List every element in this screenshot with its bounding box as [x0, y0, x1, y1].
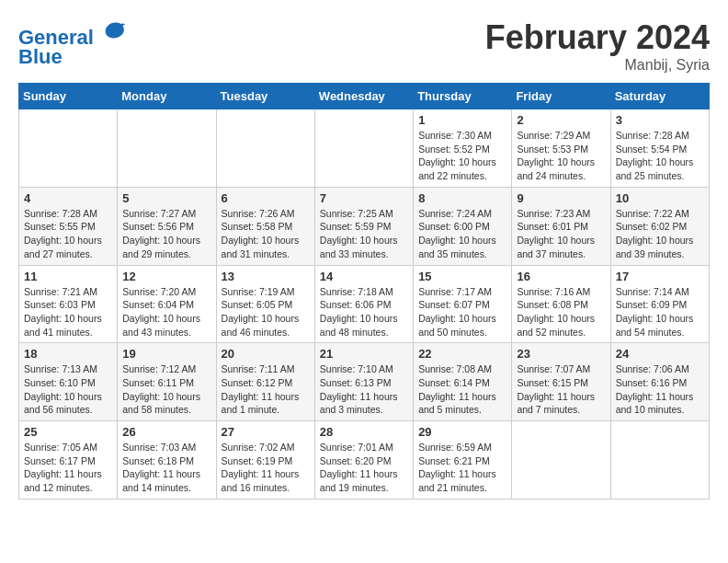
day-info: Sunrise: 7:07 AM Sunset: 6:15 PM Dayligh…: [517, 362, 605, 417]
day-number: 24: [616, 347, 704, 361]
calendar-day-cell: 3Sunrise: 7:28 AM Sunset: 5:54 PM Daylig…: [610, 109, 709, 188]
day-info: Sunrise: 7:21 AM Sunset: 6:03 PM Dayligh…: [24, 285, 112, 339]
calendar-day-cell: 25Sunrise: 7:05 AM Sunset: 6:17 PM Dayli…: [19, 421, 118, 500]
day-info: Sunrise: 7:03 AM Sunset: 6:18 PM Dayligh…: [122, 441, 210, 495]
calendar-day-cell: [19, 109, 118, 188]
day-number: 22: [418, 347, 506, 361]
day-number: 26: [122, 425, 210, 439]
calendar-day-cell: 12Sunrise: 7:20 AM Sunset: 6:04 PM Dayli…: [118, 265, 216, 343]
day-number: 7: [320, 191, 408, 205]
day-info: Sunrise: 7:27 AM Sunset: 5:56 PM Dayligh…: [122, 207, 210, 261]
day-info: Sunrise: 7:19 AM Sunset: 6:05 PM Dayligh…: [222, 285, 310, 339]
weekday-header-cell: Saturday: [610, 84, 709, 109]
calendar-day-cell: [610, 421, 709, 500]
calendar-week-row: 18Sunrise: 7:13 AM Sunset: 6:10 PM Dayli…: [19, 343, 710, 421]
day-info: Sunrise: 7:06 AM Sunset: 6:16 PM Dayligh…: [616, 362, 704, 417]
day-info: Sunrise: 7:02 AM Sunset: 6:19 PM Dayligh…: [222, 441, 310, 495]
weekday-header-cell: Wednesday: [314, 84, 413, 109]
calendar-day-cell: [118, 109, 216, 188]
calendar-day-cell: 20Sunrise: 7:11 AM Sunset: 6:12 PM Dayli…: [216, 343, 314, 421]
calendar-day-cell: [512, 421, 610, 500]
day-number: 12: [122, 270, 210, 283]
day-number: 15: [418, 270, 506, 283]
day-number: 3: [616, 113, 704, 127]
day-number: 1: [418, 113, 506, 127]
day-info: Sunrise: 7:23 AM Sunset: 6:01 PM Dayligh…: [517, 207, 605, 261]
day-number: 4: [24, 191, 112, 205]
day-info: Sunrise: 7:22 AM Sunset: 6:02 PM Dayligh…: [616, 207, 704, 261]
logo-bird-icon: [101, 18, 127, 44]
day-info: Sunrise: 7:01 AM Sunset: 6:20 PM Dayligh…: [320, 441, 408, 495]
day-number: 21: [320, 347, 408, 361]
calendar-day-cell: 22Sunrise: 7:08 AM Sunset: 6:14 PM Dayli…: [414, 343, 512, 421]
calendar-day-cell: 5Sunrise: 7:27 AM Sunset: 5:56 PM Daylig…: [118, 187, 216, 265]
day-info: Sunrise: 7:18 AM Sunset: 6:06 PM Dayligh…: [320, 285, 408, 339]
day-number: 10: [616, 191, 704, 205]
calendar-day-cell: 28Sunrise: 7:01 AM Sunset: 6:20 PM Dayli…: [314, 421, 413, 500]
location: Manbij, Syria: [485, 57, 710, 74]
day-number: 19: [122, 347, 210, 361]
day-info: Sunrise: 6:59 AM Sunset: 6:21 PM Dayligh…: [418, 441, 506, 495]
day-info: Sunrise: 7:11 AM Sunset: 6:12 PM Dayligh…: [222, 362, 310, 417]
calendar-week-row: 1Sunrise: 7:30 AM Sunset: 5:52 PM Daylig…: [19, 109, 710, 188]
calendar-week-row: 4Sunrise: 7:28 AM Sunset: 5:55 PM Daylig…: [19, 187, 710, 265]
day-info: Sunrise: 7:29 AM Sunset: 5:53 PM Dayligh…: [517, 129, 605, 183]
day-info: Sunrise: 7:24 AM Sunset: 6:00 PM Dayligh…: [418, 207, 506, 261]
weekday-header-cell: Monday: [118, 84, 216, 109]
day-info: Sunrise: 7:12 AM Sunset: 6:11 PM Dayligh…: [122, 362, 210, 417]
weekday-header-row: SundayMondayTuesdayWednesdayThursdayFrid…: [19, 84, 710, 109]
day-info: Sunrise: 7:25 AM Sunset: 5:59 PM Dayligh…: [320, 207, 408, 261]
calendar-day-cell: 29Sunrise: 6:59 AM Sunset: 6:21 PM Dayli…: [414, 421, 512, 500]
calendar-day-cell: 9Sunrise: 7:23 AM Sunset: 6:01 PM Daylig…: [512, 187, 610, 265]
day-info: Sunrise: 7:08 AM Sunset: 6:14 PM Dayligh…: [418, 362, 506, 417]
calendar-day-cell: 24Sunrise: 7:06 AM Sunset: 6:16 PM Dayli…: [610, 343, 709, 421]
calendar-day-cell: 4Sunrise: 7:28 AM Sunset: 5:55 PM Daylig…: [19, 187, 118, 265]
day-info: Sunrise: 7:14 AM Sunset: 6:09 PM Dayligh…: [616, 285, 704, 339]
calendar-day-cell: 2Sunrise: 7:29 AM Sunset: 5:53 PM Daylig…: [512, 109, 610, 188]
day-info: Sunrise: 7:20 AM Sunset: 6:04 PM Dayligh…: [122, 285, 210, 339]
month-title: February 2024: [485, 18, 710, 57]
day-number: 17: [616, 270, 704, 283]
calendar-body: 1Sunrise: 7:30 AM Sunset: 5:52 PM Daylig…: [19, 109, 710, 500]
day-number: 5: [122, 191, 210, 205]
day-number: 9: [517, 191, 605, 205]
calendar-week-row: 11Sunrise: 7:21 AM Sunset: 6:03 PM Dayli…: [19, 265, 710, 343]
day-number: 2: [517, 113, 605, 127]
day-info: Sunrise: 7:13 AM Sunset: 6:10 PM Dayligh…: [24, 362, 112, 417]
calendar-day-cell: 19Sunrise: 7:12 AM Sunset: 6:11 PM Dayli…: [118, 343, 216, 421]
day-info: Sunrise: 7:10 AM Sunset: 6:13 PM Dayligh…: [320, 362, 408, 417]
day-number: 25: [24, 425, 112, 439]
calendar-day-cell: 14Sunrise: 7:18 AM Sunset: 6:06 PM Dayli…: [314, 265, 413, 343]
calendar-day-cell: 21Sunrise: 7:10 AM Sunset: 6:13 PM Dayli…: [314, 343, 413, 421]
day-number: 29: [418, 425, 506, 439]
calendar-day-cell: 16Sunrise: 7:16 AM Sunset: 6:08 PM Dayli…: [512, 265, 610, 343]
calendar-day-cell: 23Sunrise: 7:07 AM Sunset: 6:15 PM Dayli…: [512, 343, 610, 421]
title-block: February 2024 Manbij, Syria: [485, 18, 710, 74]
logo: General Blue: [18, 18, 127, 69]
calendar-week-row: 25Sunrise: 7:05 AM Sunset: 6:17 PM Dayli…: [19, 421, 710, 500]
calendar-day-cell: 26Sunrise: 7:03 AM Sunset: 6:18 PM Dayli…: [118, 421, 216, 500]
day-info: Sunrise: 7:28 AM Sunset: 5:55 PM Dayligh…: [24, 207, 112, 261]
day-number: 20: [222, 347, 310, 361]
weekday-header-cell: Sunday: [19, 84, 118, 109]
day-info: Sunrise: 7:05 AM Sunset: 6:17 PM Dayligh…: [24, 441, 112, 495]
day-info: Sunrise: 7:30 AM Sunset: 5:52 PM Dayligh…: [418, 129, 506, 183]
day-number: 16: [517, 270, 605, 283]
calendar-day-cell: 11Sunrise: 7:21 AM Sunset: 6:03 PM Dayli…: [19, 265, 118, 343]
day-number: 18: [24, 347, 112, 361]
calendar-day-cell: 8Sunrise: 7:24 AM Sunset: 6:00 PM Daylig…: [414, 187, 512, 265]
calendar-table: SundayMondayTuesdayWednesdayThursdayFrid…: [18, 83, 710, 500]
calendar-day-cell: [216, 109, 314, 188]
calendar-day-cell: 13Sunrise: 7:19 AM Sunset: 6:05 PM Dayli…: [216, 265, 314, 343]
weekday-header-cell: Tuesday: [216, 84, 314, 109]
calendar-day-cell: 15Sunrise: 7:17 AM Sunset: 6:07 PM Dayli…: [414, 265, 512, 343]
day-number: 8: [418, 191, 506, 205]
day-number: 14: [320, 270, 408, 283]
day-number: 6: [222, 191, 310, 205]
calendar-day-cell: 10Sunrise: 7:22 AM Sunset: 6:02 PM Dayli…: [610, 187, 709, 265]
day-info: Sunrise: 7:28 AM Sunset: 5:54 PM Dayligh…: [616, 129, 704, 183]
calendar-day-cell: 6Sunrise: 7:26 AM Sunset: 5:58 PM Daylig…: [216, 187, 314, 265]
day-number: 11: [24, 270, 112, 283]
calendar-day-cell: 7Sunrise: 7:25 AM Sunset: 5:59 PM Daylig…: [314, 187, 413, 265]
page-header: General Blue February 2024 Manbij, Syria: [18, 18, 710, 74]
